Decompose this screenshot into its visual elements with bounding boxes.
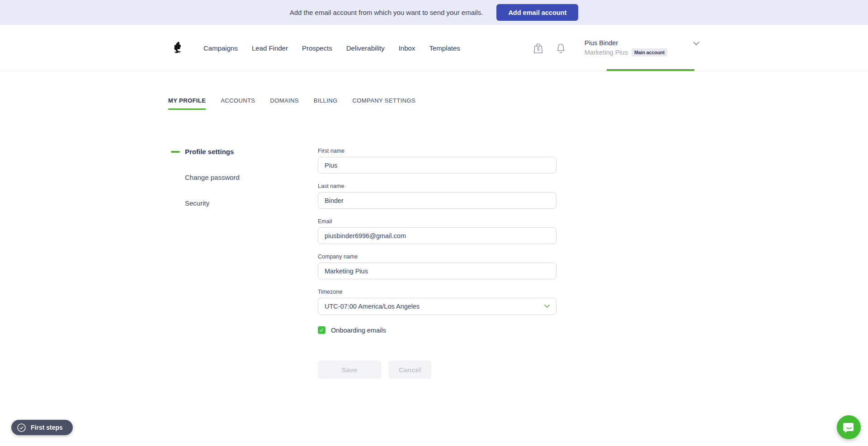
tab-billing[interactable]: BILLING: [314, 97, 338, 110]
svg-text:$: $: [537, 46, 539, 52]
tab-domains[interactable]: DOMAINS: [270, 97, 298, 110]
dollar-bag-icon[interactable]: $: [533, 42, 544, 54]
side-item-profile-settings[interactable]: Profile settings: [168, 148, 318, 155]
onboarding-emails-checkbox[interactable]: ✓: [318, 326, 326, 334]
nav-item-deliverability[interactable]: Deliverability: [346, 44, 385, 52]
chevron-down-icon: [693, 41, 700, 46]
onboarding-emails-label: Onboarding emails: [331, 327, 386, 334]
chevron-down-icon: [544, 304, 550, 308]
cancel-button[interactable]: Cancel: [388, 361, 431, 379]
last-name-field[interactable]: [318, 192, 557, 209]
circle-check-icon: [17, 423, 26, 432]
save-button[interactable]: Save: [318, 361, 381, 379]
timezone-label: Timezone: [318, 289, 557, 295]
timezone-selected-value: UTC-07:00 America/Los Angeles: [325, 303, 420, 310]
company-name-label: Company name: [318, 254, 557, 260]
email-field[interactable]: [318, 227, 557, 244]
nav-item-prospects[interactable]: Prospects: [302, 44, 332, 52]
top-banner: Add the email account from which you wan…: [0, 0, 868, 25]
nav-item-lead-finder[interactable]: Lead Finder: [252, 44, 288, 52]
side-item-security[interactable]: Security: [168, 199, 318, 207]
add-email-account-button[interactable]: Add email account: [496, 4, 578, 21]
tab-accounts[interactable]: ACCOUNTS: [221, 97, 255, 110]
tab-my-profile[interactable]: MY PROFILE: [168, 97, 206, 110]
tab-company-settings[interactable]: COMPANY SETTINGS: [353, 97, 416, 110]
woodpecker-logo[interactable]: [172, 41, 184, 55]
header: Campaigns Lead Finder Prospects Delivera…: [0, 25, 868, 71]
profile-settings-form: First name Last name Email Company name …: [318, 148, 557, 379]
email-label: Email: [318, 218, 557, 225]
chat-bubble-smile-icon: [843, 422, 855, 433]
chat-launcher-button[interactable]: [837, 415, 861, 439]
account-company: Marketing Pius: [585, 49, 628, 56]
nav-item-inbox[interactable]: Inbox: [399, 44, 415, 52]
profile-side-nav: Profile settings Change password Securit…: [168, 148, 318, 379]
first-name-label: First name: [318, 148, 557, 154]
main-nav: Campaigns Lead Finder Prospects Delivera…: [203, 44, 460, 52]
side-item-label: Change password: [185, 174, 240, 181]
side-item-change-password[interactable]: Change password: [168, 174, 318, 181]
side-item-label: Profile settings: [185, 148, 234, 155]
onboarding-emails-checkbox-row[interactable]: ✓ Onboarding emails: [318, 326, 557, 334]
last-name-label: Last name: [318, 183, 557, 189]
account-name: Pius Binder: [585, 39, 667, 47]
main-account-badge: Main account: [632, 48, 667, 56]
timezone-select[interactable]: UTC-07:00 America/Los Angeles: [318, 298, 557, 315]
bell-icon[interactable]: [555, 42, 566, 54]
active-item-dash-icon: [171, 151, 180, 153]
settings-tabs: MY PROFILE ACCOUNTS DOMAINS BILLING COMP…: [168, 97, 700, 110]
first-steps-label: First steps: [31, 424, 63, 431]
side-item-label: Security: [185, 199, 209, 207]
first-steps-button[interactable]: First steps: [11, 420, 73, 435]
account-menu[interactable]: Pius Binder Marketing Pius Main account: [585, 39, 700, 56]
nav-item-campaigns[interactable]: Campaigns: [203, 44, 238, 52]
banner-message: Add the email account from which you wan…: [290, 9, 483, 16]
account-active-indicator: [607, 69, 694, 71]
first-name-field[interactable]: [318, 157, 557, 174]
nav-item-templates[interactable]: Templates: [429, 44, 460, 52]
company-name-field[interactable]: [318, 263, 557, 279]
